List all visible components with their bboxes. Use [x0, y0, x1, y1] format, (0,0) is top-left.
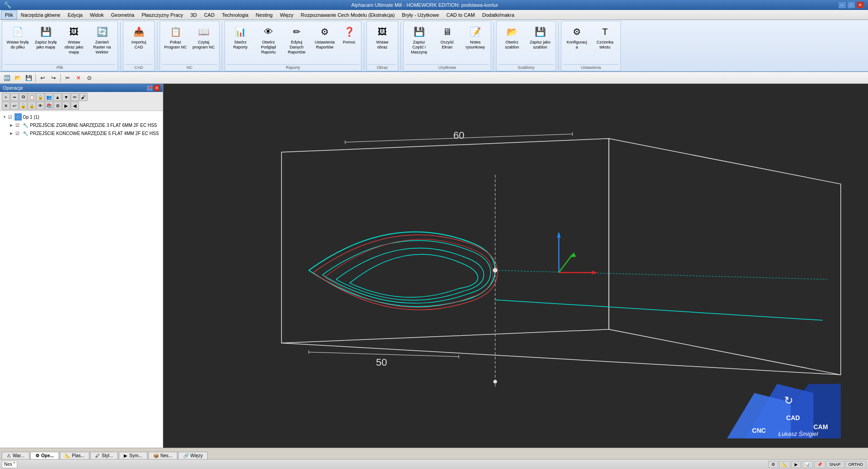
stb-lock2-button[interactable]: 🔒: [28, 102, 36, 110]
ribbon-btn-1-0[interactable]: 📥Importuj CAD: [125, 23, 152, 58]
ribbon-btn-4-0[interactable]: 🖼Wstaw obraz: [369, 23, 396, 58]
stb-groups-button[interactable]: 👥: [45, 93, 53, 101]
rstat-btn-2[interactable]: ▶: [791, 461, 801, 468]
stb-undo2-button[interactable]: ↩: [10, 102, 19, 110]
rstat-btn-0[interactable]: ⚙: [768, 461, 778, 468]
menu-item-3[interactable]: Widok: [86, 10, 107, 19]
bottom-tab-icon-0: ⚠: [7, 453, 11, 458]
bottom-tab-0[interactable]: ⚠War...: [2, 452, 29, 459]
menu-item-2[interactable]: Edycja: [64, 10, 86, 19]
ribbon-btn-3-2[interactable]: ✏Edytuj Danych Raportów: [283, 23, 310, 58]
ribbon-icon-6-1: 💾: [533, 24, 547, 39]
menu-item-11[interactable]: Rozpoznawanie Cech Modelu (Ekstrakcja): [297, 10, 398, 19]
minimize-button[interactable]: ─: [838, 1, 846, 9]
viewport-svg: 60 50: [163, 84, 868, 448]
ribbon-separator-0: [120, 22, 121, 70]
tree-node-pass1[interactable]: ▶ ☑ 🔧 PRZEJŚCIE ZGRUBNE NARZĘDZIE 3 FLAT…: [9, 121, 161, 129]
ribbon-btn-3-3[interactable]: ⚙Ustawienia Raportów: [311, 23, 338, 58]
stb-edit-button[interactable]: ✏: [71, 93, 79, 101]
stb-close2-button[interactable]: ✕: [2, 102, 10, 110]
bottom-tab-2[interactable]: 📐Plas...: [60, 452, 90, 459]
menu-item-4[interactable]: Geometria: [107, 10, 138, 19]
tree-check-pass2[interactable]: ☑: [15, 131, 22, 136]
menu-item-7[interactable]: CAD: [200, 10, 218, 19]
open-button[interactable]: 📂: [13, 73, 23, 82]
tree-node-pass2[interactable]: ▶ ☑ 🔧 PRZEJŚCIE KOŃCOWE NARZĘDZIE 5 FLAT…: [9, 129, 161, 137]
stb-paste-button[interactable]: 📋: [28, 93, 36, 101]
extra-button[interactable]: ⊙: [84, 73, 94, 82]
ribbon-btn-2-1[interactable]: 📖Czytaj program NC: [190, 23, 217, 58]
ribbon-group-3: 📊Stwórz Raporty👁Otwórz Podgląd Raportu✏E…: [224, 21, 361, 71]
stb-lock-button[interactable]: 🔒: [36, 93, 44, 101]
rstat-status-0[interactable]: SNAP: [826, 461, 844, 468]
sidebar-pin-button[interactable]: 📌: [146, 85, 153, 91]
ribbon-btn-6-0[interactable]: 📂Otwórz szablon: [498, 23, 526, 58]
delete-button[interactable]: ✕: [73, 73, 83, 82]
rstat-btn-4[interactable]: 📌: [814, 461, 825, 468]
ribbon-btn-0-1[interactable]: 💾Zapisz bryłę jako mapę: [32, 23, 59, 58]
ribbon-btn-3-4[interactable]: ❓Pomoc: [339, 23, 359, 58]
bottom-tab-5[interactable]: 📦Nes...: [148, 452, 177, 459]
maximize-button[interactable]: □: [847, 1, 855, 9]
ribbon-label-3-4: Pomoc: [343, 40, 356, 45]
ribbon-buttons-7: ⚙KonfiguracjaTCzcionka tekstu: [563, 22, 619, 64]
bottom-tab-label-2: Plas...: [72, 453, 85, 458]
ribbon-btn-5-0[interactable]: 💾Zapisz Część i Maszynę: [405, 23, 433, 58]
bottom-tab-3[interactable]: 🖊Styl...: [90, 452, 118, 459]
menu-item-13[interactable]: CAD to CAM: [443, 10, 478, 19]
statusbar: Nes "⚙📐▶📊📌SNAPORTHO: [0, 459, 868, 469]
stb-left-button[interactable]: ◀: [71, 102, 79, 110]
stb-remove-button[interactable]: ━: [10, 93, 19, 101]
menu-item-14[interactable]: Dodatki/makra: [478, 10, 518, 19]
undo-button[interactable]: ↩: [38, 73, 48, 82]
viewport[interactable]: 60 50: [163, 84, 868, 448]
ribbon-btn-0-0[interactable]: 📄Wstaw bryłę do pliku: [4, 23, 31, 58]
stb-layers-button[interactable]: 📚: [45, 102, 53, 110]
tree-node-op1[interactable]: ▼ ☑ □ Op 1 (1): [2, 113, 161, 121]
ribbon-group-label-3: Raporty: [227, 64, 359, 71]
stb-view-button[interactable]: 👁: [36, 102, 44, 110]
ribbon-btn-3-1[interactable]: 👁Otwórz Podgląd Raportu: [255, 23, 282, 58]
bottom-tab-1[interactable]: ⚙Ope...: [30, 452, 59, 459]
ribbon-btn-0-2[interactable]: 🖼Wstaw obraz jako mapę: [60, 23, 88, 58]
bottom-tab-4[interactable]: ▶Sym...: [119, 452, 147, 459]
ribbon-btn-0-3[interactable]: 🔄Zamień Raster na Wektor: [88, 23, 116, 58]
bottom-tab-6[interactable]: 🔗Więzy: [178, 452, 208, 459]
rstat-btn-3[interactable]: 📊: [802, 461, 813, 468]
ribbon-btn-3-0[interactable]: 📊Stwórz Raporty: [227, 23, 254, 58]
menu-item-12[interactable]: Bryły - Użytkowe: [398, 10, 443, 19]
stb-copy-button[interactable]: ⧉: [19, 93, 27, 101]
stb-open2-button[interactable]: 🔓: [19, 102, 27, 110]
menu-item-1[interactable]: Narzędzia główne: [17, 10, 64, 19]
stb-paint-button[interactable]: 🖌: [79, 93, 88, 101]
stb-down-button[interactable]: ▼: [62, 93, 70, 101]
tree-check-op1[interactable]: ☑: [8, 115, 15, 120]
ribbon-btn-5-1[interactable]: 🖥Oczyść Ekran: [434, 23, 461, 58]
cut-button[interactable]: ✂: [63, 73, 73, 82]
menu-item-10[interactable]: Więzy: [276, 10, 297, 19]
stb-add-button[interactable]: +: [2, 93, 10, 101]
rstat-status-1[interactable]: ORTHO: [845, 461, 866, 468]
stb-up-button[interactable]: ▲: [54, 93, 62, 101]
stb-right-button[interactable]: ▶: [62, 102, 70, 110]
ribbon-btn-6-1[interactable]: 💾Zapisz jako szablon: [527, 23, 554, 58]
ribbon-btn-5-2[interactable]: 📝Notes rysunkowy: [462, 23, 489, 58]
menu-item-8[interactable]: Technologia: [218, 10, 252, 19]
rstat-btn-1[interactable]: 📐: [779, 461, 790, 468]
new-button[interactable]: 🆕: [2, 73, 12, 82]
menu-item-5[interactable]: Płaszczyzny Pracy: [138, 10, 187, 19]
redo-button[interactable]: ↪: [49, 73, 59, 82]
sidebar-close-button[interactable]: ✕: [154, 85, 160, 91]
menu-item-9[interactable]: Nesting: [252, 10, 276, 19]
menu-item-0[interactable]: Plik: [1, 10, 17, 19]
close-button[interactable]: ✕: [856, 1, 864, 9]
tree-check-pass1[interactable]: ☑: [15, 123, 22, 128]
ribbon-btn-2-0[interactable]: 📋Pokaz Program NC: [162, 23, 189, 58]
ribbon-btn-7-1[interactable]: TCzcionka tekstu: [591, 23, 619, 58]
ribbon-label-7-0: Konfiguracja: [566, 40, 588, 50]
ribbon-btn-7-0[interactable]: ⚙Konfiguracja: [563, 23, 590, 58]
save-button[interactable]: 💾: [24, 73, 34, 82]
menu-item-6[interactable]: 3D: [187, 10, 200, 19]
ribbon-icon-7-1: T: [598, 24, 612, 39]
stb-settings-button[interactable]: ⚙: [54, 102, 62, 110]
